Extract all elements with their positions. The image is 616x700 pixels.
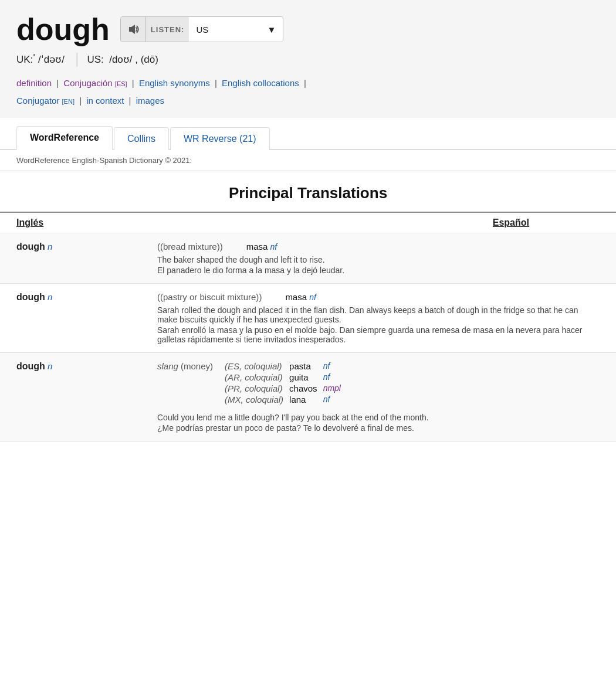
listen-button[interactable]: LISTEN: US ▼ xyxy=(120,16,284,42)
tab-wordreference[interactable]: WordReference xyxy=(16,126,113,150)
entry-row-2: dough n ((pastry or biscuit mixture)) ma… xyxy=(0,284,616,353)
example-en-3: Could you lend me a little dough? I'll p… xyxy=(157,413,600,422)
link-in-context[interactable]: in context xyxy=(86,96,124,106)
translation-word-2: masa xyxy=(285,292,307,302)
example-en-2: Sarah rolled the dough and placed it in … xyxy=(157,305,600,324)
dropdown-arrow: ▼ xyxy=(268,25,276,35)
slang-pos-0: nf xyxy=(323,361,341,371)
entry-row: dough n ((bread mixture)) masa nf The ba… xyxy=(0,233,616,284)
slang-region-0: (ES, coloquial) xyxy=(225,361,283,371)
entry-word-1: dough xyxy=(16,242,45,252)
example-es-2: Sarah enrolló la masa y la puso en el mo… xyxy=(157,325,600,344)
table-header: Inglés Español xyxy=(0,212,616,233)
dict-credit: WordReference English-Spanish Dictionary… xyxy=(0,150,616,171)
word-header-row: dough LISTEN: US ▼ xyxy=(16,14,600,45)
slang-word-3: lana xyxy=(289,395,317,405)
translations-section: Principal Translations Inglés Español do… xyxy=(0,171,616,453)
entry-context-1: ((bread mixture)) xyxy=(157,242,223,252)
slang-pos-2: nmpl xyxy=(323,383,341,393)
slang-pos-1: nf xyxy=(323,372,341,382)
col-header-ingles: Inglés xyxy=(16,218,157,228)
entry-left-1: dough n xyxy=(16,242,157,252)
translation-word-1: masa xyxy=(246,242,268,252)
entry-word-3: dough xyxy=(16,361,45,371)
slang-region-2: (PR, coloquial) xyxy=(225,383,283,393)
slang-translations: (ES, coloquial) pasta nf (AR, coloquial)… xyxy=(225,361,341,409)
selected-language: US xyxy=(196,25,208,35)
listen-label: LISTEN: xyxy=(146,17,189,42)
speaker-icon xyxy=(121,17,146,42)
slang-word-2: chavos xyxy=(289,383,317,393)
col-header-espanol: Español xyxy=(157,218,600,228)
entry-left-3: dough n xyxy=(16,361,157,372)
link-conjugator[interactable]: Conjugator [EN] xyxy=(16,96,75,106)
link-images[interactable]: images xyxy=(136,96,164,106)
entry-right-2: ((pastry or biscuit mixture)) masa nf Sa… xyxy=(157,292,600,344)
entry-left-2: dough n xyxy=(16,292,157,303)
link-english-synonyms[interactable]: English synonyms xyxy=(139,78,210,88)
phonetics-divider: │ xyxy=(74,53,82,66)
tab-wr-reverse[interactable]: WR Reverse (21) xyxy=(170,127,270,150)
slang-pos-3: nf xyxy=(323,395,341,405)
entry-pos-3: n xyxy=(48,361,52,371)
slang-region-3: (MX, coloquial) xyxy=(225,395,283,405)
entry-definition-row-2: ((pastry or biscuit mixture)) masa nf xyxy=(157,292,600,302)
example-es-1: El panadero le dio forma a la masa y la … xyxy=(157,266,600,275)
link-definition[interactable]: definition xyxy=(16,78,52,88)
entry-right-3: slang (money) (ES, coloquial) pasta nf (… xyxy=(157,361,600,433)
entry-definition-row-3: slang (money) (ES, coloquial) pasta nf (… xyxy=(157,361,600,409)
example-es-3: ¿Me podrías prestar un poco de pasta? Te… xyxy=(157,423,600,433)
slang-region-1: (AR, coloquial) xyxy=(225,372,283,382)
translation-pos-1: nf xyxy=(270,242,277,252)
example-en-1: The baker shaped the dough and left it t… xyxy=(157,255,600,264)
link-english-collocations[interactable]: English collocations xyxy=(222,78,299,88)
section-title: Principal Translations xyxy=(0,171,616,212)
entry-context-2: ((pastry or biscuit mixture)) xyxy=(157,292,262,302)
entry-pos-1: n xyxy=(48,242,52,252)
slang-context: slang (money) xyxy=(157,361,213,371)
slang-word-1: guita xyxy=(289,372,317,382)
language-select[interactable]: US ▼ xyxy=(189,17,283,42)
phonetics-row: UK:* /ˈdəʊ/ │ US: /doʊ/ , (dō) xyxy=(16,53,600,66)
translation-pos-2: nf xyxy=(309,293,316,302)
tab-collins[interactable]: Collins xyxy=(114,127,169,150)
word-title: dough xyxy=(16,14,110,45)
slang-word-0: pasta xyxy=(289,361,317,371)
links-row: definition | Conjugación [ES] | English … xyxy=(16,74,600,110)
entry-row-3: dough n slang (money) (ES, coloquial) pa… xyxy=(0,353,616,441)
tabs-section: WordReference Collins WR Reverse (21) xyxy=(0,125,616,150)
entry-definition-row-1: ((bread mixture)) masa nf xyxy=(157,242,600,252)
entry-pos-2: n xyxy=(48,292,52,302)
entry-word-2: dough xyxy=(16,292,45,302)
link-conjugacion[interactable]: Conjugación [ES] xyxy=(63,78,127,88)
svg-marker-0 xyxy=(129,25,135,34)
phonetics-uk: UK:* /ˈdəʊ/ xyxy=(16,53,65,66)
phonetics-us: US: /doʊ/ , (dō) xyxy=(87,53,158,66)
entry-right-1: ((bread mixture)) masa nf The baker shap… xyxy=(157,242,600,275)
